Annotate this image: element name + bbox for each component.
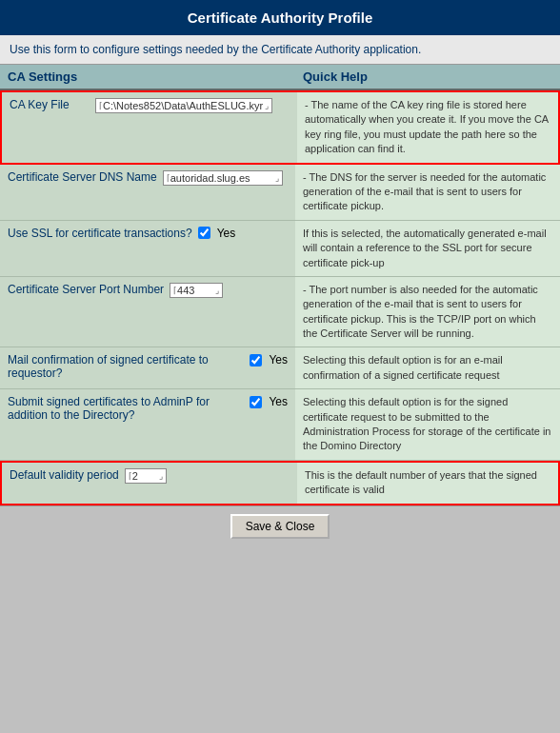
- page-footer: Save & Close: [0, 505, 560, 546]
- page-header: Certificate Authority Profile: [0, 0, 560, 35]
- mail-confirmation-checkbox-group: Yes: [250, 353, 288, 366]
- cert-server-port-cell: Certificate Server Port Number ⌈ ⌟: [0, 277, 295, 347]
- cert-server-dns-input[interactable]: [170, 172, 275, 184]
- ca-key-file-help: - The name of the CA key ring file is st…: [297, 92, 558, 163]
- submit-signed-checkbox[interactable]: [250, 396, 262, 408]
- ca-key-file-row: CA Key File ⌈ ⌟ - The name of the CA key…: [0, 90, 560, 165]
- use-ssl-row: Use SSL for certificate transactions? Ye…: [0, 221, 560, 277]
- page-title: Certificate Authority Profile: [188, 10, 372, 26]
- help-column-header: Quick Help: [295, 65, 560, 90]
- ca-key-file-label: CA Key File: [10, 98, 95, 111]
- mail-confirmation-row: Mail confirmation of signed certificate …: [0, 347, 560, 389]
- submit-signed-cell: Submit signed certificates to AdminP for…: [0, 389, 295, 460]
- default-validity-help: This is the default number of years that…: [297, 463, 558, 504]
- default-validity-cell: Default validity period ⌈ ⌟: [2, 463, 297, 504]
- cert-server-dns-row: Certificate Server DNS Name ⌈ ⌟ - The DN…: [0, 165, 560, 221]
- default-validity-input-wrapper: ⌈ ⌟: [125, 468, 167, 484]
- mail-confirmation-value: Yes: [269, 353, 288, 366]
- use-ssl-checkbox-group: Yes: [198, 227, 236, 240]
- cert-server-port-input-wrapper: ⌈ ⌟: [170, 283, 223, 298]
- mail-confirmation-cell: Mail confirmation of signed certificate …: [0, 347, 295, 388]
- cert-server-dns-help: - The DNS for the server is needed for t…: [295, 165, 560, 220]
- use-ssl-value: Yes: [217, 227, 236, 240]
- default-validity-label: Default validity period: [10, 468, 125, 482]
- mail-confirmation-checkbox[interactable]: [250, 354, 262, 366]
- ca-key-file-cell: CA Key File ⌈ ⌟: [2, 92, 297, 163]
- mail-confirmation-label: Mail confirmation of signed certificate …: [8, 353, 250, 380]
- intro-text: Use this form to configure settings need…: [0, 35, 560, 65]
- use-ssl-label: Use SSL for certificate transactions?: [8, 227, 198, 240]
- use-ssl-cell: Use SSL for certificate transactions? Ye…: [0, 221, 295, 276]
- default-validity-input[interactable]: [132, 470, 159, 482]
- save-close-button[interactable]: Save & Close: [230, 514, 330, 539]
- settings-column-header: CA Settings: [0, 65, 295, 90]
- cert-server-port-input[interactable]: [177, 285, 215, 296]
- ca-key-file-input-wrapper: ⌈ ⌟: [95, 98, 272, 113]
- mail-confirmation-help: Selecting this default option is for an …: [295, 347, 560, 388]
- submit-signed-checkbox-group: Yes: [250, 395, 288, 408]
- use-ssl-checkbox[interactable]: [198, 227, 210, 239]
- page-container: Certificate Authority Profile Use this f…: [0, 0, 560, 546]
- default-validity-row: Default validity period ⌈ ⌟ This is the …: [0, 461, 560, 505]
- column-headers: CA Settings Quick Help: [0, 65, 560, 90]
- ca-key-file-input[interactable]: [103, 100, 265, 111]
- cert-server-dns-cell: Certificate Server DNS Name ⌈ ⌟: [0, 165, 295, 220]
- use-ssl-help: If this is selected, the automatically g…: [295, 221, 560, 276]
- submit-signed-help: Selecting this default option is for the…: [295, 389, 560, 460]
- cert-server-port-label: Certificate Server Port Number: [8, 283, 170, 296]
- submit-signed-label: Submit signed certificates to AdminP for…: [8, 395, 250, 422]
- cert-server-dns-input-wrapper: ⌈ ⌟: [163, 170, 283, 186]
- cert-server-port-row: Certificate Server Port Number ⌈ ⌟ - The…: [0, 277, 560, 348]
- submit-signed-value: Yes: [269, 395, 288, 408]
- cert-server-port-help: - The port number is also needed for the…: [295, 277, 560, 347]
- cert-server-dns-label: Certificate Server DNS Name: [8, 170, 163, 184]
- submit-signed-row: Submit signed certificates to AdminP for…: [0, 389, 560, 461]
